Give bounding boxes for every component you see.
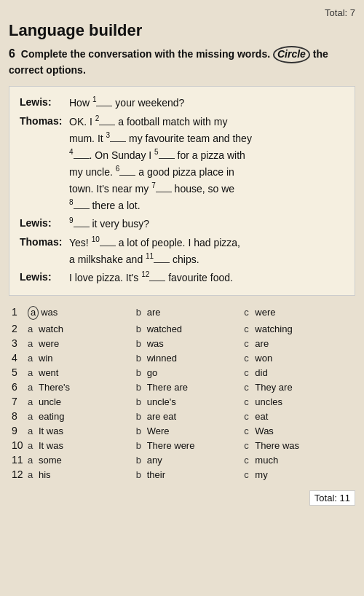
exercise-number: 6 [9,47,15,60]
option-text: won [255,353,272,364]
answer-option[interactable]: bThere were [136,440,245,451]
option-label: b [136,396,145,407]
answer-row: 10aIt wasbThere werecThere was [12,439,352,451]
option-label: b [136,426,145,436]
option-text: was [41,307,58,318]
conv-thomas-1-text: OK. I 2 a football match with my mum. It… [69,113,344,213]
option-text: eat [255,411,268,422]
answer-option[interactable]: cThere was [244,440,352,451]
answer-option[interactable]: bwinned [136,353,245,364]
conv-lewis-3-text: I love pizza. It's 12 favourite food. [69,269,344,286]
answer-option[interactable]: cuncles [244,396,352,407]
total-bottom: Total: 11 [309,490,355,506]
answer-option[interactable]: ahis [28,469,136,480]
option-label: a [28,426,36,436]
answer-option[interactable]: bare [136,307,245,318]
option-label: c [244,455,253,466]
option-label: b [136,367,145,378]
answer-option[interactable]: bWere [136,426,245,436]
option-text: went [39,367,58,378]
answer-option[interactable]: auncle [28,396,136,407]
answer-option[interactable]: aeating [28,411,136,422]
option-label: a [28,469,36,480]
question-number: 5 [12,366,28,378]
option-text: uncles [255,396,282,407]
speaker-lewis-1: Lewis: [20,94,65,111]
answer-option[interactable]: bwatched [136,324,245,334]
answer-option[interactable]: bany [136,455,245,466]
speaker-lewis-2: Lewis: [20,215,65,232]
option-label: c [244,440,253,451]
option-label: a [28,455,36,466]
option-label: c [244,411,253,422]
answer-option[interactable]: cmy [244,469,352,480]
answer-option[interactable]: cwon [244,353,352,364]
answer-row: 5awentbgocdid [12,366,352,378]
answer-option[interactable]: awent [28,367,136,378]
answer-row: 7aunclebuncle'scuncles [12,396,352,407]
answer-option[interactable]: bwas [136,338,245,349]
option-label: a [28,367,36,378]
answer-row: 1awasbarecwere [12,306,352,320]
option-text: were [255,307,275,318]
option-text: my [255,469,267,480]
option-label: a [28,353,36,364]
speaker-lewis-3: Lewis: [20,269,65,286]
option-label: b [136,455,145,466]
answer-option[interactable]: bare eat [136,411,245,422]
conv-thomas-2-text: Yes! 10 a lot of people. I had pizza, a … [69,234,344,267]
question-number: 11 [12,454,28,466]
answer-option[interactable]: buncle's [136,396,245,407]
question-number: 10 [12,439,28,451]
answer-option[interactable]: aIt was [28,440,136,451]
answer-option[interactable]: cWas [244,426,352,436]
conv-thomas-2: Thomas: Yes! 10 a lot of people. I had p… [20,234,344,267]
option-text: uncle's [147,396,176,407]
answer-option[interactable]: cdid [244,367,352,378]
conv-lewis-2: Lewis: 9 it very busy? [20,215,344,232]
answer-row: 4awinbwinnedcwon [12,352,352,364]
answer-option[interactable]: asome [28,455,136,466]
conv-thomas-1: Thomas: OK. I 2 a football match with my… [20,113,344,213]
option-text: any [147,455,162,466]
answer-option[interactable]: aThere's [28,382,136,393]
answer-option[interactable]: awas [28,306,136,320]
option-text: are eat [147,411,176,422]
answer-row: 12ahisbtheircmy [12,468,352,480]
question-number: 8 [12,410,28,422]
option-text: uncle [39,396,61,407]
answer-option[interactable]: care [244,338,352,349]
question-number: 3 [12,337,28,349]
option-text: are [147,307,161,318]
option-label: b [136,469,145,480]
answer-option[interactable]: awin [28,353,136,364]
option-label: c [244,367,253,378]
option-label: a [28,306,39,320]
answer-option[interactable]: btheir [136,469,245,480]
question-number: 9 [12,425,28,436]
answer-option[interactable]: awere [28,338,136,349]
option-text: There was [255,440,299,451]
option-text: did [255,367,267,378]
option-label: a [28,396,36,407]
answer-option[interactable]: cmuch [244,455,352,466]
answer-option[interactable]: cwere [244,307,352,318]
answer-option[interactable]: bgo [136,367,245,378]
answer-option[interactable]: cwatching [244,324,352,334]
answer-option[interactable]: awatch [28,324,136,334]
option-text: It was [39,440,63,451]
option-text: watching [255,324,292,334]
answer-option[interactable]: aIt was [28,426,136,436]
answer-option[interactable]: bThere are [136,382,245,393]
option-text: There are [147,382,188,393]
answer-row: 11asomebanycmuch [12,454,352,466]
option-label: b [136,440,145,451]
option-text: watch [39,324,63,334]
speaker-thomas-1: Thomas: [20,113,65,213]
answer-option[interactable]: ceat [244,411,352,422]
option-label: c [244,338,253,349]
question-number: 7 [12,396,28,407]
option-text: It was [39,426,63,436]
answer-option[interactable]: cThey are [244,382,352,393]
option-text: win [39,353,53,364]
